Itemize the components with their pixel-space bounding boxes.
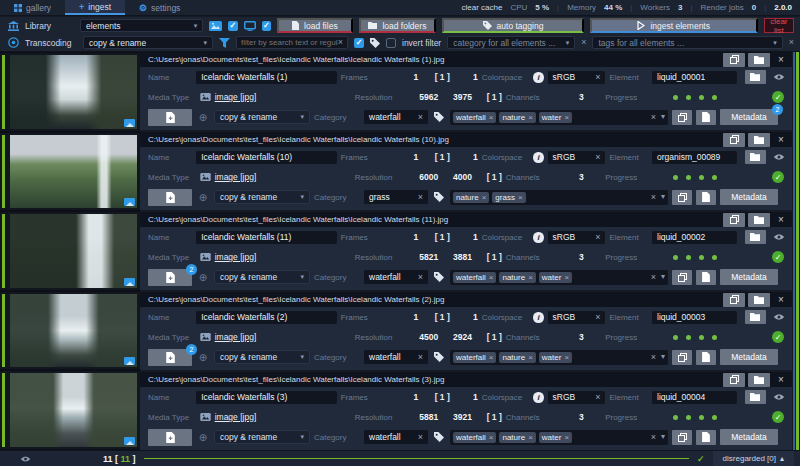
filter-search-input[interactable] (241, 38, 338, 47)
clear-tags-icon[interactable]: × (651, 192, 656, 202)
open-folder-button[interactable] (748, 373, 770, 387)
remove-element-icon[interactable]: × (773, 294, 789, 305)
clear-tags-icon[interactable]: × (651, 432, 656, 442)
colorspace-field[interactable]: sRGB × (548, 71, 606, 84)
clear-tags-icon[interactable]: × (651, 272, 656, 282)
tags-field[interactable]: waterfall×nature×water× × ▾ (450, 430, 668, 445)
category-field[interactable]: waterfall × (364, 110, 428, 124)
remove-tag-icon[interactable]: × (564, 273, 569, 282)
clear-category-icon[interactable]: × (418, 192, 423, 202)
element-name-field[interactable]: liquid_00002 (652, 231, 737, 244)
remove-tag-icon[interactable]: × (528, 353, 533, 362)
category-field[interactable]: waterfall × (364, 430, 428, 444)
tag-chip[interactable]: nature× (499, 352, 535, 363)
disregard-filter-icon[interactable] (20, 455, 31, 463)
copy-settings-button[interactable] (723, 213, 745, 227)
tags-field[interactable]: waterfall×nature×water× × ▾ (450, 270, 668, 285)
chevron-down-icon[interactable]: ▾ (661, 352, 665, 362)
media-type-text[interactable]: image [jpg] (215, 412, 257, 422)
clear-tags-icon[interactable]: × (651, 112, 656, 122)
open-output-folder-button[interactable] (745, 310, 765, 324)
thumbnail-waterfall-3[interactable] (0, 212, 140, 290)
tag-chip[interactable]: waterfall× (453, 112, 496, 123)
clear-tags-icon[interactable]: × (651, 352, 656, 362)
clear-colorspace-icon[interactable]: × (595, 232, 600, 242)
transcode-select[interactable]: copy & rename ▾ (214, 270, 310, 284)
chevron-down-icon[interactable]: ▾ (661, 272, 665, 282)
visibility-eye-icon[interactable] (770, 73, 788, 81)
library-select[interactable]: elements ▾ (80, 19, 203, 32)
colorspace-field[interactable]: sRGB × (548, 391, 606, 404)
metadata-button[interactable]: Metadata (720, 349, 778, 365)
open-folder-button[interactable] (748, 53, 770, 67)
info-icon[interactable]: i (533, 312, 543, 323)
remove-tag-icon[interactable]: × (528, 433, 533, 442)
element-name-field[interactable]: liquid_00003 (652, 311, 737, 324)
element-name-field[interactable]: liquid_00001 (652, 71, 737, 84)
chevron-down-icon[interactable]: ▾ (661, 432, 665, 442)
copy-settings-button[interactable] (723, 373, 745, 387)
info-icon[interactable]: i (533, 152, 543, 163)
metadata-button[interactable]: Metadata 2 (720, 109, 778, 125)
paste-transcode-button[interactable] (696, 270, 716, 285)
name-field[interactable]: Icelandic Waterfalls (2) (196, 311, 337, 324)
category-field[interactable]: waterfall × (364, 270, 428, 284)
category-field[interactable]: waterfall × (364, 350, 428, 364)
media-type-text[interactable]: image [jpg] (215, 172, 257, 182)
thumbnail-waterfall-1[interactable] (0, 53, 140, 131)
remove-element-icon[interactable]: × (773, 374, 789, 385)
tag-chip[interactable]: waterfall× (453, 432, 496, 443)
remove-element-icon[interactable]: × (773, 214, 789, 225)
remove-tag-icon[interactable]: × (489, 273, 494, 282)
image-preview-icon[interactable] (209, 21, 222, 31)
remove-element-icon[interactable]: × (773, 54, 789, 65)
info-icon[interactable]: i (533, 72, 543, 83)
transcode-select[interactable]: copy & rename ▾ (214, 350, 310, 364)
tag-chip[interactable]: waterfall× (453, 272, 496, 283)
clear-tags-icon[interactable]: × (789, 38, 794, 47)
colorspace-field[interactable]: sRGB × (548, 231, 606, 244)
thumbnail-waterfall-5[interactable] (0, 371, 140, 449)
tag-chip[interactable]: grass× (492, 192, 525, 203)
transcoding-select[interactable]: copy & rename ▾ (83, 36, 213, 49)
tag-filter-checkbox[interactable]: ✓ (354, 38, 364, 48)
element-name-field[interactable]: organism_00089 (652, 151, 737, 164)
copy-transcode-button[interactable] (672, 270, 692, 285)
remove-tag-icon[interactable]: × (489, 433, 494, 442)
info-icon[interactable]: i (533, 392, 543, 403)
open-output-folder-button[interactable] (745, 230, 765, 244)
tab-settings[interactable]: ⚙ settings (125, 0, 194, 15)
clear-search-icon[interactable]: × (338, 38, 343, 47)
chevron-down-icon[interactable]: ▾ (661, 112, 665, 122)
clear-colorspace-icon[interactable]: × (595, 72, 600, 82)
tag-chip[interactable]: nature× (499, 112, 535, 123)
chevron-down-icon[interactable]: ▾ (661, 192, 665, 202)
tags-field[interactable]: waterfall×nature×water× × ▾ (450, 110, 668, 125)
metadata-button[interactable]: Metadata (720, 429, 778, 445)
add-transcode-icon[interactable]: ⊕ (196, 432, 210, 443)
tag-chip[interactable]: water× (539, 112, 572, 123)
name-field[interactable]: Icelandic Waterfalls (10) (196, 151, 337, 164)
tag-chip[interactable]: nature× (453, 192, 489, 203)
visibility-eye-icon[interactable] (770, 233, 788, 241)
transcode-select[interactable]: copy & rename ▾ (214, 190, 310, 204)
transcode-select[interactable]: copy & rename ▾ (214, 430, 310, 444)
add-transcode-icon[interactable]: ⊕ (196, 112, 210, 123)
add-file-button[interactable]: 2 (148, 269, 192, 286)
colorspace-field[interactable]: sRGB × (548, 151, 606, 164)
clear-colorspace-icon[interactable]: × (595, 152, 600, 162)
remove-tag-icon[interactable]: × (489, 113, 494, 122)
paste-transcode-button[interactable] (696, 350, 716, 365)
clear-colorspace-icon[interactable]: × (595, 392, 600, 402)
clear-category-icon[interactable]: × (581, 38, 586, 47)
auto-tagging-button[interactable]: auto tagging (442, 18, 584, 33)
clear-list-button[interactable]: clear list (764, 18, 794, 33)
remove-tag-icon[interactable]: × (564, 353, 569, 362)
visibility-eye-icon[interactable] (770, 313, 788, 321)
copy-transcode-button[interactable] (672, 110, 692, 125)
tag-chip[interactable]: water× (539, 272, 572, 283)
monitor-icon[interactable] (244, 21, 256, 31)
add-file-button[interactable] (148, 109, 192, 126)
copy-settings-button[interactable] (723, 293, 745, 307)
monitor-checkbox[interactable]: ✓ (262, 21, 271, 31)
